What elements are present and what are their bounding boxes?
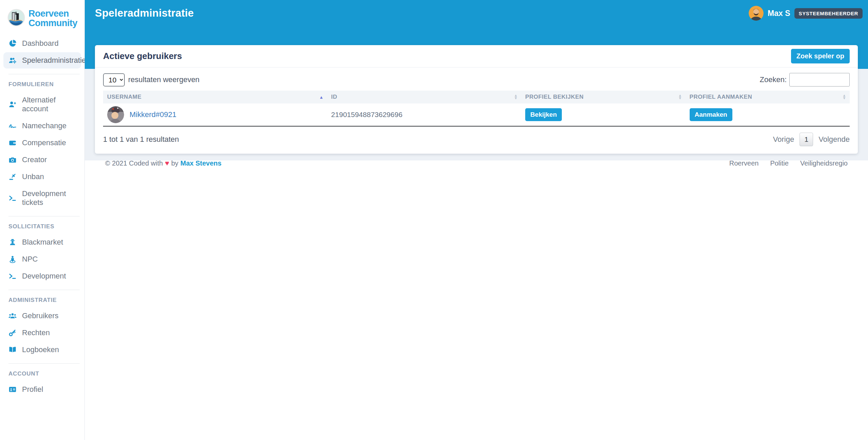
table-header-row: USERNAME ▲ ID ▲▼ PROFIEL BEKIJKEN ▲▼	[103, 91, 850, 103]
users-icon	[8, 311, 17, 320]
page-title: Speleradministratie	[95, 7, 194, 19]
sidebar-item-gebruikers[interactable]: Gebruikers	[3, 308, 81, 324]
search-input[interactable]	[789, 73, 850, 87]
footer-link-politie[interactable]: Politie	[770, 159, 788, 167]
id-card-icon	[8, 385, 17, 394]
row-username-link[interactable]: Mikkerd#0921	[130, 110, 176, 119]
author-link[interactable]: Max Stevens	[180, 159, 221, 167]
street-view-icon	[8, 255, 17, 264]
heart-icon: ♥	[165, 159, 169, 167]
footer-link-veiligheidsregio[interactable]: Veiligheidsregio	[800, 159, 848, 167]
main-area: Speleradministratie Max S	[85, 0, 868, 440]
column-header-profiel-bekijken[interactable]: PROFIEL BEKIJKEN ▲▼	[521, 91, 685, 103]
sidebar-section-formulieren: FORMULIEREN	[0, 79, 84, 91]
user-menu[interactable]: Max S SYSTEEMBEHEERDER	[749, 6, 863, 21]
sort-icon: ▲▼	[678, 94, 682, 99]
brand-logo[interactable]: RoerveenCommunity	[0, 6, 84, 35]
content: Actieve gebruikers Zoek speler op 10 res…	[85, 45, 868, 167]
card-header: Actieve gebruikers Zoek speler op	[95, 45, 858, 68]
row-id: 219015948873629696	[327, 103, 521, 126]
sidebar-section-sollicitaties: SOLLICITATIES	[0, 221, 84, 233]
user-avatar	[749, 6, 764, 21]
card-footer: 1 tot 1 van 1 resultaten Vorige 1 Volgen…	[95, 127, 858, 154]
footer-link-roerveen[interactable]: Roerveen	[729, 159, 759, 167]
sidebar-section-account: ACCOUNT	[0, 368, 84, 381]
zoek-speler-op-button[interactable]: Zoek speler op	[791, 49, 850, 63]
sidebar-item-logboeken[interactable]: Logboeken	[3, 342, 81, 358]
sidebar-divider	[8, 363, 80, 364]
sort-ascending-icon: ▲	[319, 95, 323, 100]
sidebar-item-namechange[interactable]: Namechange	[3, 118, 81, 134]
sort-icon: ▲▼	[843, 94, 846, 99]
card-body: 10 resultaten weergeven Zoeken:	[95, 68, 858, 127]
sort-icon: ▲▼	[514, 94, 518, 99]
wallet-icon	[8, 138, 17, 147]
role-badge: SYSTEEMBEHEERDER	[794, 8, 863, 19]
column-header-id[interactable]: ID ▲▼	[327, 91, 521, 103]
chart-pie-icon	[8, 39, 17, 48]
sidebar-item-npc[interactable]: NPC	[3, 251, 81, 267]
sidebar-item-compensatie[interactable]: Compensatie	[3, 135, 81, 151]
table-controls: 10 resultaten weergeven Zoeken:	[103, 73, 850, 87]
gavel-icon	[8, 172, 17, 181]
card-title: Actieve gebruikers	[103, 51, 182, 61]
terminal-icon	[8, 272, 17, 281]
pagination-previous[interactable]: Vorige	[773, 135, 794, 144]
page-length-label: resultaten weergeven	[128, 75, 199, 84]
sidebar-item-development[interactable]: Development	[3, 268, 81, 284]
copyright: © 2021 Coded with ♥ by Max Stevens	[105, 159, 221, 167]
book-open-icon	[8, 345, 17, 354]
column-header-profiel-aanmaken[interactable]: PROFIEL AANMAKEN ▲▼	[686, 91, 850, 103]
pagination: Vorige 1 Volgende	[773, 133, 850, 146]
table-search-control: Zoeken:	[760, 73, 850, 87]
sidebar-item-blackmarket[interactable]: Blackmarket	[3, 234, 81, 250]
users-cog-icon	[8, 56, 17, 65]
signature-icon	[8, 121, 17, 130]
sidebar: RoerveenCommunity Dashboard Speleradmini…	[0, 0, 85, 440]
terminal-icon	[8, 194, 17, 203]
page-length-control: 10 resultaten weergeven	[103, 73, 199, 87]
brand-name: RoerveenCommunity	[28, 9, 77, 28]
bekijken-button[interactable]: Bekijken	[525, 108, 562, 121]
row-avatar	[107, 106, 124, 123]
sidebar-item-dashboard[interactable]: Dashboard	[3, 35, 81, 52]
sidebar-item-profiel[interactable]: Profiel	[3, 381, 81, 398]
roerveen-logo-icon	[7, 9, 25, 28]
app-layout: RoerveenCommunity Dashboard Speleradmini…	[0, 0, 868, 440]
user-plus-icon	[8, 100, 17, 109]
column-header-username[interactable]: USERNAME ▲	[103, 91, 327, 103]
results-info: 1 tot 1 van 1 resultaten	[103, 135, 179, 144]
active-users-table: USERNAME ▲ ID ▲▼ PROFIEL BEKIJKEN ▲▼	[103, 91, 850, 127]
sidebar-section-administratie: ADMINISTRATIE	[0, 295, 84, 307]
sidebar-item-rechten[interactable]: Rechten	[3, 325, 81, 341]
search-label: Zoeken:	[760, 75, 787, 84]
pagination-page-1[interactable]: 1	[800, 133, 813, 146]
aanmaken-button[interactable]: Aanmaken	[690, 108, 732, 121]
user-secret-icon	[8, 238, 17, 247]
footer-links: Roerveen Politie Veiligheidsregio	[729, 159, 848, 167]
sidebar-item-unban[interactable]: Unban	[3, 169, 81, 185]
sidebar-item-creator[interactable]: Creator	[3, 152, 81, 168]
sidebar-divider	[8, 74, 80, 74]
sidebar-divider	[8, 216, 80, 216]
sidebar-item-development-tickets[interactable]: Development tickets	[3, 186, 81, 211]
key-icon	[8, 328, 17, 337]
sidebar-item-speleradministratie[interactable]: Speleradministratie	[3, 52, 81, 69]
active-users-card: Actieve gebruikers Zoek speler op 10 res…	[95, 45, 858, 154]
page-length-select[interactable]: 10	[103, 73, 125, 87]
sidebar-divider	[8, 290, 80, 290]
user-name: Max S	[768, 9, 790, 18]
table-row: Mikkerd#0921 219015948873629696 Bekijken…	[103, 103, 850, 126]
topbar: Speleradministratie Max S	[85, 0, 868, 26]
page-footer: © 2021 Coded with ♥ by Max Stevens Roerv…	[95, 154, 858, 167]
pagination-next[interactable]: Volgende	[818, 135, 850, 144]
user-cell: Mikkerd#0921	[107, 106, 323, 123]
sidebar-item-alternatief-account[interactable]: Alternatief account	[3, 92, 81, 117]
camera-icon	[8, 155, 17, 164]
